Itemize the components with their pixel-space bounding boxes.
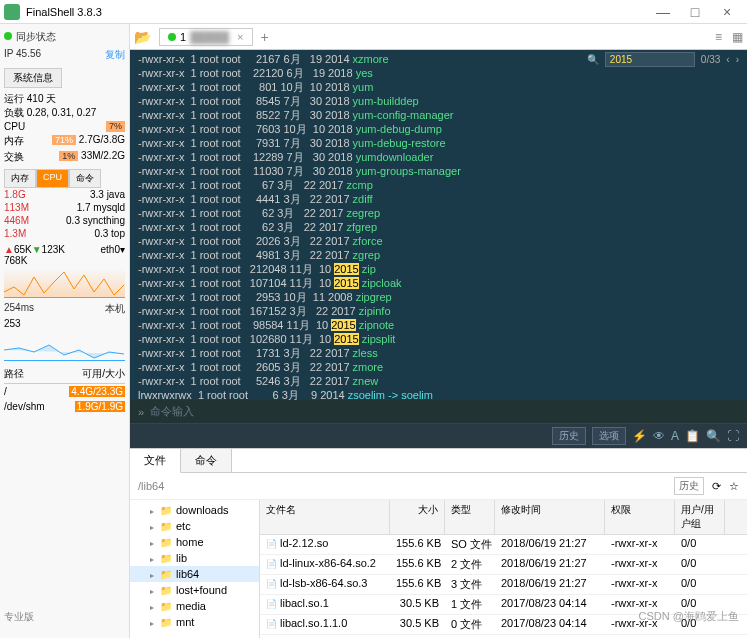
disk-size-header: 可用/大小 bbox=[82, 367, 125, 381]
clipboard-icon[interactable]: 📋 bbox=[685, 429, 700, 443]
search-tool-icon[interactable]: 🔍 bbox=[706, 429, 721, 443]
col-date[interactable]: 修改时间 bbox=[495, 500, 605, 534]
terminal-line: -rwxr-xr-x 1 root root 801 10月 10 2018 y… bbox=[138, 80, 739, 94]
expand-icon[interactable]: ⛶ bbox=[727, 429, 739, 443]
net-down-icon: ▼ bbox=[32, 244, 42, 255]
bookmark-icon[interactable]: ☆ bbox=[729, 480, 739, 493]
col-type[interactable]: 类型 bbox=[445, 500, 495, 534]
search-next-icon[interactable]: › bbox=[736, 54, 739, 65]
terminal-line: -rwxr-xr-x 1 root root 11030 7月 30 2018 … bbox=[138, 164, 739, 178]
swap-label: 交换 bbox=[4, 150, 24, 164]
process-row[interactable]: 1.8G3.3 java bbox=[4, 188, 125, 201]
col-size[interactable]: 大小 bbox=[390, 500, 445, 534]
file-row[interactable]: ld-lsb-x86-64.so.3155.6 KB3 文件2018/06/19… bbox=[260, 575, 747, 595]
copy-link[interactable]: 复制 bbox=[105, 48, 125, 62]
terminal-line: -rwxr-xr-x 1 root root 102680 11月 10 201… bbox=[138, 332, 739, 346]
col-perm[interactable]: 权限 bbox=[605, 500, 675, 534]
sidebar: 同步状态 IP 45.56复制 系统信息 运行 410 天 负载 0.28, 0… bbox=[0, 24, 130, 638]
process-row[interactable]: 1.3M0.3 top bbox=[4, 227, 125, 240]
expand-icon[interactable] bbox=[150, 552, 156, 564]
uptime-label: 运行 410 天 bbox=[4, 92, 125, 106]
lightning-icon[interactable]: ⚡ bbox=[632, 429, 647, 443]
terminal-line: -rwxr-xr-x 1 root root 7931 7月 30 2018 y… bbox=[138, 136, 739, 150]
tree-item-etc[interactable]: etc bbox=[130, 518, 259, 534]
search-count: 0/33 bbox=[701, 54, 720, 65]
terminal-line: -rwxr-xr-x 1 root root 2605 3月 22 2017 z… bbox=[138, 360, 739, 374]
search-input[interactable] bbox=[605, 52, 695, 67]
terminal-tabs: 📂 1 █████ × + ≡ ▦ bbox=[130, 24, 747, 50]
tab-command[interactable]: 命令 bbox=[181, 449, 232, 472]
tab-close-icon[interactable]: × bbox=[237, 31, 243, 43]
folder-icon bbox=[160, 584, 172, 596]
col-owner[interactable]: 用户/用户组 bbox=[675, 500, 725, 534]
add-tab-button[interactable]: + bbox=[261, 29, 269, 45]
net-if: eth0 bbox=[101, 244, 120, 255]
expand-icon[interactable] bbox=[150, 520, 156, 532]
command-input-bar[interactable]: » 命令输入 bbox=[130, 400, 747, 423]
terminal-line: -rwxr-xr-x 1 root root 98584 11月 10 2015… bbox=[138, 318, 739, 332]
tab-cpu[interactable]: CPU bbox=[36, 169, 69, 188]
file-row[interactable]: ld-linux-x86-64.so.2155.6 KB2 文件2018/06/… bbox=[260, 555, 747, 575]
expand-icon[interactable] bbox=[150, 616, 156, 628]
command-toolbar: 历史 选项 ⚡ 👁 A 📋 🔍 ⛶ bbox=[130, 423, 747, 448]
dropdown-icon[interactable]: ▾ bbox=[120, 244, 125, 255]
maximize-button[interactable]: □ bbox=[679, 4, 711, 20]
folder-tree[interactable]: downloadsetchomeliblib64lost+foundmediam… bbox=[130, 500, 260, 638]
menu-icon[interactable]: ≡ bbox=[715, 30, 722, 44]
disk-row[interactable]: /4.4G/23.3G bbox=[4, 384, 125, 399]
tab-blurred: █████ bbox=[190, 31, 229, 43]
disk-path-header: 路径 bbox=[4, 367, 24, 381]
close-button[interactable]: × bbox=[711, 4, 743, 20]
path-input[interactable] bbox=[138, 480, 666, 492]
tree-item-mnt[interactable]: mnt bbox=[130, 614, 259, 630]
tree-item-home[interactable]: home bbox=[130, 534, 259, 550]
expand-icon[interactable] bbox=[150, 584, 156, 596]
terminal-line: -rwxr-xr-x 1 root root 4981 3月 22 2017 z… bbox=[138, 248, 739, 262]
tree-item-media[interactable]: media bbox=[130, 598, 259, 614]
process-row[interactable]: 446M0.3 syncthing bbox=[4, 214, 125, 227]
terminal-line: -rwxr-xr-x 1 root root 5246 3月 22 2017 z… bbox=[138, 374, 739, 388]
app-icon bbox=[4, 4, 20, 20]
sysinfo-button[interactable]: 系统信息 bbox=[4, 68, 62, 88]
status-dot-icon bbox=[4, 32, 12, 40]
tree-item-lib[interactable]: lib bbox=[130, 550, 259, 566]
path-history-button[interactable]: 历史 bbox=[674, 477, 704, 495]
process-row[interactable]: 113M1.7 mysqld bbox=[4, 201, 125, 214]
terminal-line: lrwxrwxrwx 1 root root 6 3月 9 2014 zsoel… bbox=[138, 388, 739, 400]
tab-mem[interactable]: 内存 bbox=[4, 169, 36, 188]
options-button[interactable]: 选项 bbox=[592, 427, 626, 445]
font-icon[interactable]: A bbox=[671, 429, 679, 443]
grid-icon[interactable]: ▦ bbox=[732, 30, 743, 44]
tree-item-lib64[interactable]: lib64 bbox=[130, 566, 259, 582]
ping-253: 253 bbox=[4, 318, 125, 329]
connection-dot-icon bbox=[168, 33, 176, 41]
ip-label: IP 45.56 bbox=[4, 48, 41, 62]
tree-item-downloads[interactable]: downloads bbox=[130, 502, 259, 518]
sync-status-label: 同步状态 bbox=[16, 31, 56, 42]
terminal-line: -rwxr-xr-x 1 root root 8545 7月 30 2018 y… bbox=[138, 94, 739, 108]
refresh-icon[interactable]: ⟳ bbox=[712, 480, 721, 493]
expand-icon[interactable] bbox=[150, 536, 156, 548]
eye-icon[interactable]: 👁 bbox=[653, 429, 665, 443]
tab-file[interactable]: 文件 bbox=[130, 449, 181, 473]
terminal-tab-1[interactable]: 1 █████ × bbox=[159, 28, 253, 46]
col-name[interactable]: 文件名 bbox=[260, 500, 390, 534]
expand-icon[interactable] bbox=[150, 568, 156, 580]
folder-open-icon[interactable]: 📂 bbox=[134, 29, 151, 45]
tab-cmd[interactable]: 命令 bbox=[69, 169, 101, 188]
folder-icon bbox=[160, 616, 172, 628]
expand-icon[interactable] bbox=[150, 600, 156, 612]
file-row[interactable]: ld-2.12.so155.6 KBSO 文件2018/06/19 21:27-… bbox=[260, 535, 747, 555]
host-label: 本机 bbox=[105, 302, 125, 316]
mem-label: 内存 bbox=[4, 134, 24, 148]
search-prev-icon[interactable]: ‹ bbox=[726, 54, 729, 65]
minimize-button[interactable]: — bbox=[647, 4, 679, 20]
history-button[interactable]: 历史 bbox=[552, 427, 586, 445]
folder-icon bbox=[160, 504, 172, 516]
disk-row[interactable]: /dev/shm1.9G/1.9G bbox=[4, 399, 125, 414]
folder-icon bbox=[160, 552, 172, 564]
expand-icon[interactable] bbox=[150, 504, 156, 516]
tree-item-lost+found[interactable]: lost+found bbox=[130, 582, 259, 598]
terminal-output[interactable]: 🔍 0/33 ‹ › -rwxr-xr-x 1 root root 2167 6… bbox=[130, 50, 747, 400]
terminal-search: 🔍 0/33 ‹ › bbox=[587, 52, 739, 67]
